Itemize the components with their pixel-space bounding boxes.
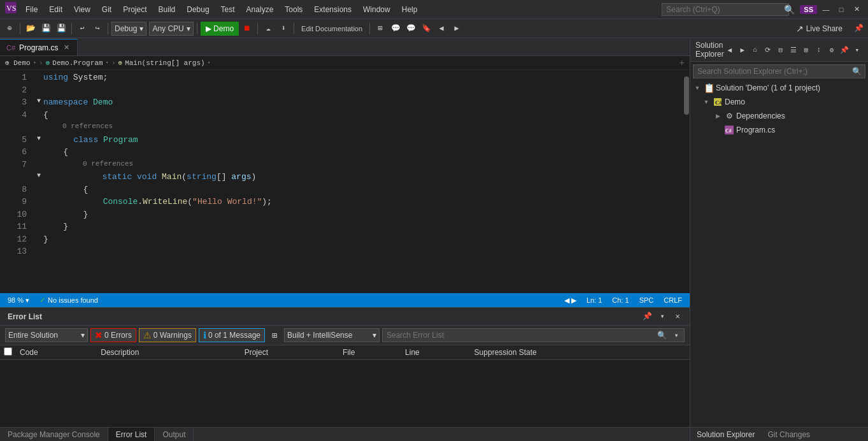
se-back-btn[interactable]: ◀ <box>724 44 736 55</box>
expand-icon[interactable]: ▼ <box>693 83 702 92</box>
tb-comment[interactable]: 💬 <box>388 22 402 36</box>
menu-build[interactable]: Build <box>153 4 181 15</box>
tb-format[interactable]: ⊞ <box>373 22 387 36</box>
menu-extensions[interactable]: Extensions <box>309 4 357 15</box>
code-content[interactable]: using System; ▼ namespace Demo <box>32 70 683 293</box>
scrollbar-thumb[interactable] <box>684 76 689 115</box>
menu-tools[interactable]: Tools <box>280 4 308 15</box>
menu-file[interactable]: File <box>20 4 43 15</box>
tb-edit-doc[interactable]: Edit Documentation <box>297 22 366 36</box>
errors-filter-button[interactable]: ✖ 0 Errors <box>90 328 136 342</box>
tb-save-all[interactable]: 💾 <box>54 22 68 36</box>
tb-open-file[interactable]: 📂 <box>24 22 38 36</box>
tb-save[interactable]: 💾 <box>39 22 53 36</box>
menu-test[interactable]: Test <box>216 4 240 15</box>
select-all-checkbox[interactable] <box>4 347 12 356</box>
se-forward-btn[interactable]: ▶ <box>737 44 748 55</box>
editor-scrollbar[interactable] <box>683 70 690 293</box>
live-share-button[interactable]: ↗ Live Share <box>791 22 848 35</box>
tb-git-pull[interactable]: ⬇ <box>276 22 290 36</box>
fold-btn-3[interactable]: ▼ <box>34 96 43 106</box>
tree-item-solution[interactable]: ▼ 📋 Solution 'Demo' (1 of 1 project) <box>690 81 868 95</box>
menu-edit[interactable]: Edit <box>44 4 68 15</box>
tb-bookmark[interactable]: 🔖 <box>419 22 433 36</box>
warnings-filter-button[interactable]: ⚠ 0 Warnings <box>139 328 196 342</box>
tab-output[interactable]: Output <box>155 428 194 441</box>
encoding-status[interactable]: SPC <box>637 296 657 304</box>
se-filter-btn[interactable]: ⊞ <box>800 44 812 55</box>
col-status[interactable]: Ch: 1 <box>609 296 631 304</box>
issues-status[interactable]: ✓ No issues found <box>37 296 101 305</box>
panel-search-input[interactable] <box>382 328 685 342</box>
se-tab-git-changes[interactable]: Git Changes <box>761 428 816 441</box>
close-button[interactable]: ✕ <box>850 3 863 16</box>
col-description[interactable]: Description <box>97 345 240 360</box>
col-file[interactable]: File <box>339 345 401 360</box>
tab-close-button[interactable]: ✕ <box>62 43 71 52</box>
expand-icon[interactable]: ▼ <box>702 98 711 106</box>
tb-nav-prev[interactable]: ◀ <box>434 22 448 36</box>
se-tab-solution-explorer[interactable]: Solution Explorer <box>690 428 761 441</box>
scope-filter-dropdown[interactable]: Entire Solution ▾ <box>5 328 88 342</box>
debug-config-dropdown[interactable]: Debug ▾ <box>111 22 146 36</box>
se-close-btn[interactable]: ✕ <box>864 44 868 55</box>
menu-project[interactable]: Project <box>118 4 152 15</box>
tb-redo[interactable]: ↪ <box>90 22 104 36</box>
col-code[interactable]: Code <box>16 345 97 360</box>
expand-icon[interactable]: ▶ <box>713 112 722 120</box>
panel-pin-btn[interactable]: 📌 <box>640 310 654 324</box>
fold-btn-7[interactable]: ▼ <box>34 171 43 180</box>
se-pending-btn[interactable]: ↕ <box>813 44 825 55</box>
tab-package-manager[interactable]: Package Manager Console <box>0 428 108 441</box>
messages-filter-button[interactable]: ℹ 0 of 1 Message <box>199 328 265 342</box>
se-collapse-btn[interactable]: ⊟ <box>775 44 786 55</box>
panel-close-btn[interactable]: ✕ <box>671 310 685 324</box>
col-project[interactable]: Project <box>241 345 339 360</box>
se-pin-btn[interactable]: 📌 <box>839 44 850 55</box>
menu-view[interactable]: View <box>69 4 96 15</box>
tree-item-program-cs[interactable]: C# Program.cs <box>690 123 868 137</box>
se-refresh-btn[interactable]: ⟳ <box>762 44 774 55</box>
fold-btn-5[interactable]: ▼ <box>34 134 43 143</box>
panel-filter-btn[interactable]: ⊞ <box>267 328 281 342</box>
tb-new-project[interactable]: ⊕ <box>3 22 17 36</box>
se-menu-btn[interactable]: ▾ <box>851 44 863 55</box>
editor-tab-program-cs[interactable]: C# Program.cs ✕ <box>0 39 78 55</box>
col-suppression[interactable]: Suppression State <box>471 345 690 360</box>
menu-window[interactable]: Window <box>358 4 395 15</box>
se-home-btn[interactable]: ⌂ <box>750 44 761 55</box>
breadcrumb-add-btn[interactable]: + <box>679 58 685 68</box>
tb-pin[interactable]: 📌 <box>851 22 865 36</box>
menu-debug[interactable]: Debug <box>181 4 214 15</box>
menu-git[interactable]: Git <box>97 4 117 15</box>
tab-error-list[interactable]: Error List <box>108 428 155 441</box>
breadcrumb-namespace[interactable]: ⊕ Demo ▾ <box>5 59 36 67</box>
zoom-status[interactable]: 98 % ▾ <box>5 296 32 305</box>
title-search-input[interactable] <box>662 3 789 16</box>
tree-item-dependencies[interactable]: ▶ ⚙ Dependencies <box>690 109 868 123</box>
run-button[interactable]: ▶ Demo <box>201 22 239 36</box>
tb-git-fetch[interactable]: ☁ <box>261 22 275 36</box>
tree-item-demo[interactable]: ▼ C# Demo <box>690 95 868 109</box>
nav-arrows[interactable]: ◀ ▶ <box>562 296 579 305</box>
se-search-input[interactable] <box>693 64 865 78</box>
build-filter-dropdown[interactable]: Build + IntelliSense ▾ <box>284 328 380 342</box>
col-line[interactable]: Line <box>401 345 471 360</box>
col-checkbox[interactable] <box>0 345 16 360</box>
se-show-all-btn[interactable]: ☰ <box>788 44 799 55</box>
tb-uncomment[interactable]: 💬 <box>404 22 418 36</box>
line-status[interactable]: Ln: 1 <box>584 296 604 304</box>
tb-undo[interactable]: ↩ <box>75 22 89 36</box>
menu-help[interactable]: Help <box>397 4 423 15</box>
panel-search-settings-btn[interactable]: ▾ <box>669 328 683 342</box>
tb-nav-next[interactable]: ▶ <box>450 22 464 36</box>
minimize-button[interactable]: — <box>820 3 832 16</box>
maximize-button[interactable]: □ <box>835 3 848 16</box>
menu-analyze[interactable]: Analyze <box>241 4 279 15</box>
breadcrumb-method[interactable]: ⊕ Main(string[] args) ▾ <box>118 59 211 67</box>
eol-status[interactable]: CRLF <box>661 296 685 304</box>
breadcrumb-class[interactable]: ⊕ Demo.Program ▾ <box>46 59 109 67</box>
code-editor[interactable]: 1234 · 5 67 · 8910111213 using System; <box>0 70 683 293</box>
se-settings-btn[interactable]: ⚙ <box>826 44 837 55</box>
platform-dropdown[interactable]: Any CPU ▾ <box>149 22 193 36</box>
